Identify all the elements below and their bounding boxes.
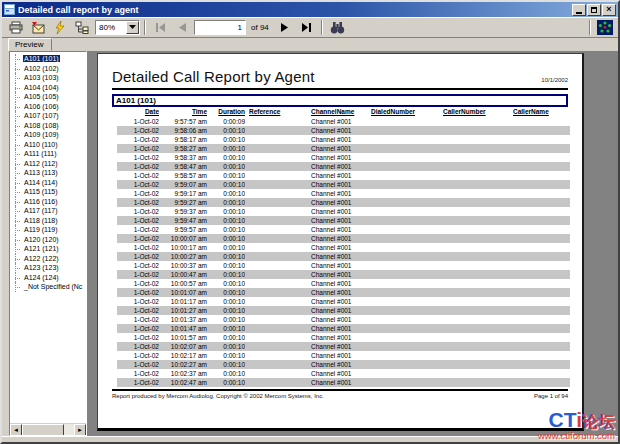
tree-item[interactable]: A103 (103) [10,73,86,83]
report-title: Detailed Call Report by Agent [112,68,541,85]
tree-item-label: A120 (120) [23,236,60,243]
zoom-combobox[interactable]: 80% [95,20,140,35]
tree-item[interactable]: A124 (124) [10,273,86,283]
tree-item-label: A106 (106) [23,103,60,110]
cell-reference [245,180,311,189]
tree-item[interactable]: A113 (113) [10,168,86,178]
cell-reference [245,234,311,243]
tree-item-label: A103 (103) [23,74,60,81]
cell-channelname: Channel #001 [311,297,371,306]
cell-duration: 0:00:10 [207,270,245,279]
refresh-button[interactable] [49,18,70,36]
report-title-row: Detailed Call Report by Agent 10/1/2002 [112,68,568,85]
prev-page-button[interactable] [172,18,193,36]
cell-callername [513,207,570,216]
column-header-callername: CallerName [513,107,570,117]
tab-preview[interactable]: Preview [8,38,52,51]
tree-item[interactable]: A119 (119) [10,225,86,235]
tree-item[interactable]: A114 (114) [10,178,86,188]
zoom-dropdown-button[interactable] [126,21,139,34]
page-number-input[interactable] [194,20,246,35]
last-page-button[interactable] [296,18,317,36]
tree-item[interactable]: A117 (117) [10,206,86,216]
cell-time: 9:58:06 am [159,126,207,135]
scrollbar-thumb[interactable] [22,424,64,436]
cell-channelname: Channel #001 [311,288,371,297]
cell-date: 1-Oct-02 [117,216,159,225]
tree-item[interactable]: A109 (109) [10,130,86,140]
cell-reference [245,279,311,288]
cell-callernumber [443,162,513,171]
cell-reference [245,315,311,324]
first-page-button[interactable] [150,18,171,36]
tree-item[interactable]: A105 (105) [10,92,86,102]
cell-dialednumber [371,189,443,198]
tree-item[interactable]: A101 (101) [10,54,86,64]
tree-item-label: A114 (114) [23,179,59,186]
cell-callername [513,252,570,261]
tab-strip: Preview [2,38,618,51]
table-row: 1-Oct-02 10:00:27 am 0:00:10 Channel #00… [117,252,570,261]
printer-icon [9,21,23,34]
tree-item[interactable]: A111 (111) [10,149,86,159]
tree-item[interactable]: A121 (121) [10,244,86,254]
cell-dialednumber [371,243,443,252]
tree-item[interactable]: _Not Specified (Nc [10,282,86,292]
close-button[interactable]: × [602,4,616,16]
tree-item[interactable]: A104 (104) [10,83,86,93]
cell-duration: 0:00:10 [207,225,245,234]
cell-callername [513,153,570,162]
cell-reference [245,342,311,351]
scroll-left-button[interactable]: ◄ [10,424,22,436]
cell-dialednumber [371,117,443,126]
cell-dialednumber [371,270,443,279]
cell-callernumber [443,270,513,279]
tree-item[interactable]: A122 (122) [10,254,86,264]
tree-item[interactable]: A118 (118) [10,216,86,226]
tree-item[interactable]: A106 (106) [10,102,86,112]
scrollbar-track[interactable] [64,424,74,435]
cell-reference [245,243,311,252]
tree-item-label: A121 (121) [23,245,60,252]
cell-channelname: Channel #001 [311,306,371,315]
tree-item[interactable]: A107 (107) [10,111,86,121]
tree-item[interactable]: A102 (102) [10,64,86,74]
tree-item[interactable]: A112 (112) [10,159,86,169]
scroll-right-button[interactable]: ► [74,424,86,436]
cell-channelname: Channel #001 [311,189,371,198]
toggle-group-tree-button[interactable] [71,18,92,36]
cell-time: 9:59:47 am [159,216,207,225]
cell-channelname: Channel #001 [311,243,371,252]
export-button[interactable] [27,18,48,36]
tree-horizontal-scrollbar[interactable]: ◄ ► [10,423,86,435]
tree-item[interactable]: A120 (120) [10,235,86,245]
cell-callernumber [443,144,513,153]
cell-time: 10:02:07 am [159,342,207,351]
print-button[interactable] [5,18,26,36]
table-row: 1-Oct-02 9:58:06 am 0:00:10 Channel #001 [117,126,570,135]
restore-button[interactable] [587,4,601,16]
minimize-button[interactable] [572,4,586,16]
toggle-group-tree-icon [75,21,89,34]
next-page-button[interactable] [274,18,295,36]
tree-item[interactable]: A110 (110) [10,140,86,150]
table-row: 1-Oct-02 9:59:07 am 0:00:10 Channel #001 [117,180,570,189]
cell-callernumber [443,360,513,369]
column-header-channelname: ChannelName [311,107,371,117]
tree-item[interactable]: A123 (123) [10,263,86,273]
export-icon [31,21,45,34]
cell-time: 10:00:57 am [159,279,207,288]
cell-reference [245,171,311,180]
search-button[interactable] [327,18,348,36]
cell-date: 1-Oct-02 [117,153,159,162]
tree-item[interactable]: A108 (108) [10,121,86,131]
report-viewer[interactable]: Detailed Call Report by Agent 10/1/2002 … [87,51,618,436]
tree-item[interactable]: A115 (115) [10,187,86,197]
call-table: Date Time Duration Reference ChannelName… [117,107,570,387]
tree-item[interactable]: A116 (116) [10,197,86,207]
cell-callernumber [443,297,513,306]
cell-date: 1-Oct-02 [117,117,159,126]
brand-logo-button[interactable] [595,18,615,36]
table-row: 1-Oct-02 10:01:57 am 0:00:10 Channel #00… [117,333,570,342]
table-row: 1-Oct-02 9:58:27 am 0:00:10 Channel #001 [117,144,570,153]
